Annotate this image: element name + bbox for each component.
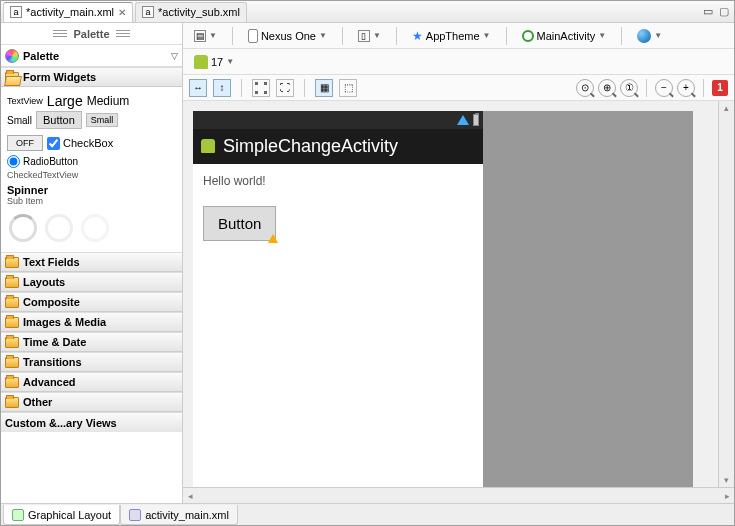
app-body[interactable]: Hello world! Button <box>193 164 483 487</box>
folder-icon <box>5 397 19 408</box>
design-toolbar: ↔ ↕ ⛶ ▦ ⬚ ⊙ ⊕ ① − + 1 <box>183 75 734 101</box>
palette-icon <box>5 49 19 63</box>
folder-icon <box>5 337 19 348</box>
zoom-in-button[interactable]: + <box>677 79 695 97</box>
radio-widget[interactable]: RadioButton <box>7 155 78 168</box>
small-button-widget[interactable]: Small <box>86 113 119 127</box>
preview-button[interactable]: Button <box>203 206 276 241</box>
section-transitions[interactable]: Transitions <box>1 352 182 372</box>
activity-title: SimpleChangeActivity <box>223 136 398 157</box>
config-dropdown[interactable]: ▤▼ <box>189 26 222 46</box>
checkbox-widget[interactable]: CheckBox <box>47 137 113 150</box>
folder-icon <box>5 357 19 368</box>
palette-title: Palette <box>23 50 171 62</box>
device-dropdown[interactable]: Nexus One▼ <box>243 26 332 46</box>
hfill-button[interactable]: ↔ <box>189 79 207 97</box>
layout-tab-icon <box>12 509 24 521</box>
checkedtextview-widget[interactable]: CheckedTextView <box>7 170 176 180</box>
design-canvas[interactable]: SimpleChangeActivity Hello world! Button… <box>183 101 734 487</box>
zoom-fit-button[interactable]: ⊙ <box>576 79 594 97</box>
progress-ring-icon <box>9 214 37 242</box>
source-tab[interactable]: activity_main.xml <box>120 505 238 525</box>
maximize-button[interactable]: ▢ <box>716 5 732 19</box>
warning-icon <box>268 234 278 243</box>
api-dropdown[interactable]: 17▼ <box>189 52 239 72</box>
form-widgets-body: TextView Large Medium Small Button Small… <box>1 87 182 252</box>
activity-dropdown[interactable]: MainActivity▼ <box>517 26 612 46</box>
zoom-out-button[interactable]: − <box>655 79 673 97</box>
palette-title-row[interactable]: Palette ▽ <box>1 45 182 67</box>
hello-textview[interactable]: Hello world! <box>203 174 473 188</box>
device-preview: SimpleChangeActivity Hello world! Button <box>193 111 483 487</box>
toggle-off-widget[interactable]: OFF <box>7 135 43 151</box>
wifi-icon <box>457 115 469 125</box>
orientation-dropdown[interactable]: ▯▼ <box>353 26 386 46</box>
orientation-icon: ▯ <box>358 30 370 42</box>
globe-icon <box>637 29 651 43</box>
scroll-left-icon[interactable]: ◂ <box>183 489 197 503</box>
horizontal-scrollbar[interactable]: ◂ ▸ <box>183 487 734 503</box>
section-composite[interactable]: Composite <box>1 292 182 312</box>
zoom-100-button[interactable]: ① <box>620 79 638 97</box>
minimize-button[interactable]: ▭ <box>700 5 716 19</box>
section-images-media[interactable]: Images & Media <box>1 312 182 332</box>
close-icon[interactable]: ✕ <box>118 7 126 18</box>
checkbox-input[interactable] <box>47 137 60 150</box>
phone-icon <box>248 29 258 43</box>
xml-tab-icon <box>129 509 141 521</box>
scroll-up-icon[interactable]: ▴ <box>720 101 734 115</box>
progress-widgets[interactable] <box>7 210 176 248</box>
bottom-tab-bar: Graphical Layout activity_main.xml <box>1 503 734 525</box>
folder-icon <box>5 297 19 308</box>
section-label: Form Widgets <box>23 71 96 83</box>
align-button[interactable]: ▦ <box>315 79 333 97</box>
section-text-fields[interactable]: Text Fields <box>1 252 182 272</box>
android-icon <box>194 55 208 69</box>
layout-editor: ▤▼ Nexus One▼ ▯▼ ★AppTheme▼ MainActivity… <box>183 23 734 503</box>
theme-dropdown[interactable]: ★AppTheme▼ <box>407 26 496 46</box>
tab-activity-main[interactable]: a *activity_main.xml ✕ <box>3 2 133 22</box>
tab-label: *activity_sub.xml <box>158 6 240 18</box>
large-text[interactable]: Large <box>47 93 83 109</box>
spinner-widget[interactable]: Spinner Sub Item <box>7 184 176 206</box>
tab-activity-sub[interactable]: a *activity_sub.xml <box>135 2 247 22</box>
android-action-bar: SimpleChangeActivity <box>193 129 483 164</box>
folder-open-icon <box>5 72 19 83</box>
grid-toggle[interactable] <box>252 79 270 97</box>
folder-icon <box>5 257 19 268</box>
locale-dropdown[interactable]: ▼ <box>632 26 667 46</box>
palette-sidebar: Palette Palette ▽ Form Widgets TextView … <box>1 23 183 503</box>
radio-input[interactable] <box>7 155 20 168</box>
api-toolbar: 17▼ <box>183 49 734 75</box>
scroll-right-icon[interactable]: ▸ <box>720 489 734 503</box>
scroll-down-icon[interactable]: ▾ <box>720 473 734 487</box>
section-time-date[interactable]: Time & Date <box>1 332 182 352</box>
chevron-down-icon[interactable]: ▽ <box>171 51 178 61</box>
section-form-widgets[interactable]: Form Widgets <box>1 67 182 87</box>
tab-label: *activity_main.xml <box>26 6 114 18</box>
layout-icon: ▤ <box>194 30 206 42</box>
textview-label[interactable]: TextView <box>7 96 43 106</box>
xml-file-icon: a <box>142 6 154 18</box>
distribute-button[interactable]: ⬚ <box>339 79 357 97</box>
button-widget[interactable]: Button <box>36 111 82 129</box>
activity-icon <box>522 30 534 42</box>
medium-text[interactable]: Medium <box>87 94 130 108</box>
folder-icon <box>5 277 19 288</box>
config-toolbar: ▤▼ Nexus One▼ ▯▼ ★AppTheme▼ MainActivity… <box>183 23 734 49</box>
vertical-scrollbar[interactable]: ▴ ▾ <box>718 101 734 487</box>
section-layouts[interactable]: Layouts <box>1 272 182 292</box>
xml-file-icon: a <box>10 6 22 18</box>
palette-header: Palette <box>1 23 182 45</box>
star-icon: ★ <box>412 29 423 43</box>
section-advanced[interactable]: Advanced <box>1 372 182 392</box>
small-text[interactable]: Small <box>7 115 32 126</box>
vfill-button[interactable]: ↕ <box>213 79 231 97</box>
zoom-reset-button[interactable]: ⊕ <box>598 79 616 97</box>
error-badge[interactable]: 1 <box>712 80 728 96</box>
bounds-toggle[interactable]: ⛶ <box>276 79 294 97</box>
graphical-layout-tab[interactable]: Graphical Layout <box>3 505 120 525</box>
folder-icon <box>5 377 19 388</box>
section-other[interactable]: Other <box>1 392 182 412</box>
section-custom-views[interactable]: Custom &...ary Views <box>1 412 182 432</box>
